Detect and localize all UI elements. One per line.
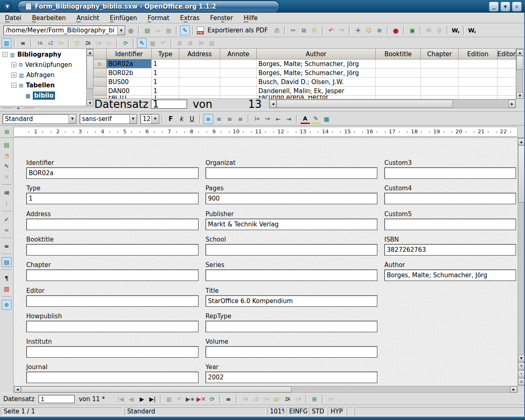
grid-cell-type[interactable]: 1 — [152, 59, 179, 68]
status-hyperlink-mode[interactable]: HYP — [328, 407, 345, 415]
grid-cell-chapter[interactable] — [421, 96, 459, 99]
grid-cell-address[interactable] — [179, 78, 220, 87]
scrollbar-thumb[interactable] — [276, 100, 453, 108]
grid-hscrollbar[interactable]: ◀ ▶ — [269, 99, 516, 108]
scroll-right-icon[interactable]: ▶ — [509, 100, 516, 108]
scroll-left-icon[interactable]: ◀ — [14, 386, 21, 393]
autotext-icon[interactable]: AB — [2, 188, 11, 198]
row-selector[interactable] — [94, 87, 107, 96]
grid-cell-chapter[interactable] — [421, 78, 459, 87]
scroll-left-icon[interactable]: ◀ — [269, 100, 276, 108]
font-name-combo[interactable]: sans-serif ▼ — [80, 114, 137, 124]
grid-cell-booktitle[interactable] — [376, 78, 421, 87]
italic-button[interactable]: k — [176, 114, 186, 124]
window-splitter[interactable] — [0, 109, 525, 112]
navigator-icon[interactable]: ✛ — [353, 25, 363, 35]
status-page-style[interactable]: Standard — [124, 407, 266, 415]
field-input-institutn[interactable] — [26, 346, 199, 358]
writer-w-icon-2[interactable]: W, — [467, 25, 477, 35]
grid-cell-annote[interactable] — [220, 59, 257, 68]
field-input-publisher[interactable] — [205, 219, 377, 230]
grid-cell-address[interactable] — [179, 59, 220, 68]
field-input-custom4[interactable] — [384, 193, 516, 204]
numbered-list-icon[interactable]: 1≡ — [252, 114, 262, 124]
scroll-down-icon[interactable]: ▼ — [518, 355, 525, 362]
grid-cell-editor[interactable] — [498, 68, 516, 78]
grid-cell-author[interactable]: Facundo Arena, Hector — [257, 96, 376, 99]
sort-icon[interactable]: ZA — [83, 38, 93, 48]
scroll-up-icon[interactable]: ▲ — [518, 138, 525, 145]
insert-object-icon[interactable]: ◔ — [2, 151, 11, 160]
align-center-icon[interactable]: ≡ — [214, 114, 224, 124]
help-agent-icon[interactable]: ☺ — [364, 25, 374, 35]
autospellcheck-icon[interactable]: ≈ — [2, 225, 11, 235]
dropdown-icon[interactable]: ▼ — [151, 114, 159, 123]
data-source-view-icon[interactable]: ▥ — [2, 38, 11, 48]
menu-extras[interactable]: Extras — [180, 14, 199, 22]
grid-cell-editor[interactable] — [498, 78, 516, 87]
menu-bearbeiten[interactable]: Bearbeiten — [32, 14, 66, 22]
grid-cell-chapter[interactable] — [421, 68, 459, 78]
grid-cell-editor[interactable] — [498, 87, 516, 96]
field-input-custom3[interactable] — [384, 167, 516, 179]
field-input-year[interactable] — [205, 372, 377, 383]
field-input-school[interactable] — [205, 244, 377, 256]
navigation-icon[interactable]: • — [518, 370, 525, 377]
status-insert-mode[interactable]: EINFG — [286, 407, 308, 415]
scroll-down-icon[interactable]: ▼ — [516, 92, 523, 99]
field-input-chapter[interactable] — [26, 269, 199, 281]
field-input-editor[interactable] — [26, 295, 199, 307]
print-icon[interactable]: ⎙ — [272, 25, 282, 35]
collapse-icon[interactable]: − — [2, 52, 7, 57]
field-input-isbn[interactable] — [384, 244, 516, 256]
align-right-icon[interactable]: ≡ — [225, 114, 235, 124]
grid-cell-address[interactable] — [179, 87, 220, 96]
field-input-series[interactable] — [205, 269, 377, 281]
grid-cell-identifier[interactable]: DAN00 — [107, 87, 152, 96]
standard-filter-icon[interactable]: ▽ — [72, 38, 82, 48]
scrollbar-thumb[interactable] — [21, 386, 292, 393]
grid-cell-edition[interactable] — [459, 68, 498, 78]
next-record-icon[interactable]: ▶ — [137, 394, 147, 404]
refresh-icon[interactable]: ⟳ — [207, 394, 217, 404]
window-menu-button[interactable]: ▼ — [2, 2, 12, 11]
document-hscrollbar[interactable]: ◀ ▶ — [14, 386, 518, 393]
background-color-icon[interactable]: ▦ — [322, 114, 331, 124]
grid-record-input[interactable] — [151, 100, 187, 109]
cut-icon[interactable]: ✂ — [288, 25, 298, 35]
insert-icon[interactable]: ▤ — [2, 140, 11, 150]
field-input-reptype[interactable] — [205, 321, 377, 332]
grid-cell-author[interactable]: Busch, David D.; Olsen, J.W. — [257, 78, 376, 87]
field-input-address[interactable] — [26, 219, 199, 230]
dropdown-icon[interactable]: ▼ — [129, 114, 137, 123]
tree-item-biblio[interactable]: ▦ biblio — [25, 91, 55, 100]
beamer-splitter-handles[interactable]: ▲ — [0, 106, 94, 109]
field-input-howpublish[interactable] — [26, 321, 199, 332]
scroll-down-icon[interactable]: ▼ — [87, 100, 94, 106]
field-input-identifier[interactable] — [26, 167, 199, 179]
field-input-author[interactable] — [384, 269, 516, 281]
menu-einfuegen[interactable]: Einfügen — [110, 14, 137, 22]
row-selector[interactable] — [94, 68, 107, 78]
minimize-button[interactable]: ▁ — [489, 2, 499, 11]
expand-icon[interactable]: + — [11, 73, 16, 78]
graphics-onoff-icon[interactable]: ▧ — [2, 284, 11, 294]
document-vscrollbar[interactable]: ▲ ▼ ⇈ • ⇊ — [518, 138, 524, 386]
grid-cell-type[interactable]: 1 — [152, 78, 179, 87]
close-button[interactable]: ✕ — [512, 2, 522, 11]
column-header-type[interactable]: Type — [152, 49, 179, 59]
grid-corner[interactable] — [94, 49, 107, 59]
menu-datei[interactable]: Datei — [5, 14, 21, 22]
grid-row[interactable]: ▷ BOR02a 1 Borges, Malte; Schumacher, Jö… — [94, 59, 516, 68]
field-input-custom5[interactable] — [384, 219, 516, 230]
writer-w-icon-1[interactable]: W, — [451, 25, 461, 35]
url-combo[interactable]: /home/Meyer/Form_Bibliography_bi ▼ — [3, 25, 125, 35]
grid-row[interactable]: BOR02b 1 Borges, Malte; Schumacher, Jörg — [94, 68, 516, 78]
tree-item-verknuepfungen[interactable]: + ⧉ Verknüpfungen — [11, 60, 72, 70]
grid-cell-booktitle[interactable] — [376, 68, 421, 78]
align-left-icon[interactable]: ≡ — [203, 114, 213, 124]
record-macro-icon[interactable]: ● — [391, 25, 401, 35]
copy-icon[interactable]: ⧉ — [299, 25, 309, 35]
sort-descending-icon[interactable]: ↓Z — [45, 38, 55, 48]
url-value[interactable]: /home/Meyer/Form_Bibliography_bi — [4, 27, 117, 34]
